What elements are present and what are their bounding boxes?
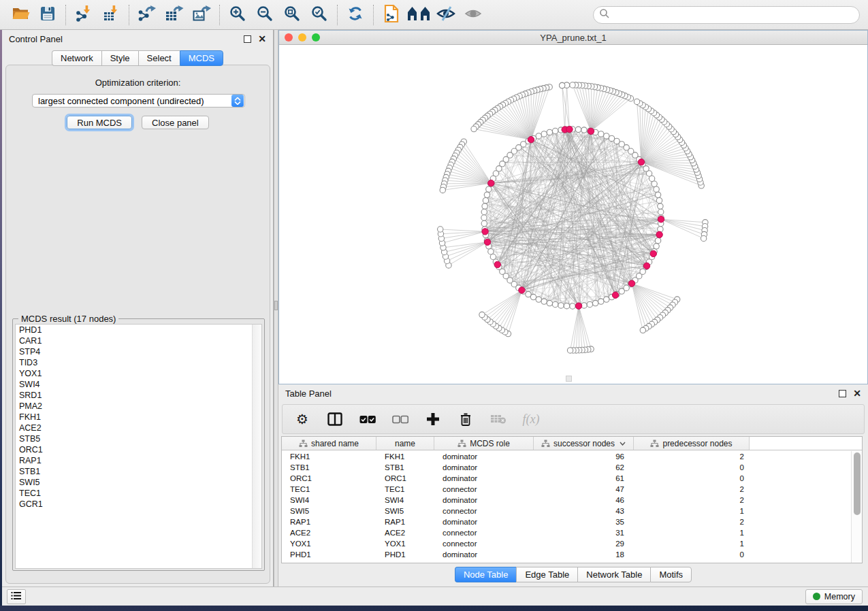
mcds-result-item[interactable]: ORC1 bbox=[16, 444, 261, 455]
mcds-node[interactable] bbox=[494, 261, 500, 267]
cell-shared_name[interactable]: ACE2 bbox=[282, 527, 376, 538]
cell-shared_name[interactable]: TEC1 bbox=[282, 484, 376, 495]
mcds-result-item[interactable]: STP4 bbox=[16, 346, 261, 357]
network-node[interactable] bbox=[481, 209, 487, 214]
mcds-result-item[interactable]: PMA2 bbox=[16, 401, 261, 412]
mcds-result-item[interactable]: CAR1 bbox=[16, 335, 261, 346]
cell-predecessor_nodes[interactable]: 1 bbox=[634, 527, 750, 538]
mcds-node[interactable] bbox=[519, 287, 525, 293]
network-node[interactable] bbox=[570, 303, 575, 309]
network-satellite-node[interactable] bbox=[701, 235, 706, 241]
network-node[interactable] bbox=[547, 300, 552, 306]
cell-mcds_role[interactable]: dominator bbox=[434, 516, 534, 527]
cell-shared_name[interactable]: PHD1 bbox=[282, 549, 376, 560]
network-node[interactable] bbox=[488, 249, 494, 254]
network-node[interactable] bbox=[656, 197, 662, 203]
memory-button[interactable]: Memory bbox=[805, 589, 863, 604]
mcds-result-item[interactable]: FKH1 bbox=[16, 412, 261, 423]
export-network-button[interactable] bbox=[133, 3, 161, 27]
table-scrollbar[interactable] bbox=[851, 451, 862, 563]
cell-predecessor_nodes[interactable]: 2 bbox=[634, 451, 750, 462]
cell-name[interactable]: ACE2 bbox=[376, 527, 434, 538]
hide-selected-button[interactable] bbox=[432, 3, 460, 27]
save-session-button[interactable] bbox=[34, 3, 61, 27]
table-row-FKH1[interactable]: FKH1FKH1dominator962 bbox=[282, 451, 850, 462]
cell-name[interactable]: YOX1 bbox=[376, 538, 434, 549]
network-node[interactable] bbox=[604, 297, 609, 302]
control-panel-tab-network[interactable]: Network bbox=[52, 50, 101, 66]
cell-shared_name[interactable]: RAP1 bbox=[282, 516, 376, 527]
cell-shared_name[interactable]: SWI4 bbox=[282, 495, 376, 506]
zoom-fit-button[interactable] bbox=[278, 3, 306, 27]
cell-name[interactable]: RAP1 bbox=[376, 516, 434, 527]
mcds-result-item[interactable]: TEC1 bbox=[16, 488, 261, 499]
mcds-node[interactable] bbox=[643, 263, 649, 269]
mcds-node[interactable] bbox=[612, 292, 618, 298]
status-menu-button[interactable] bbox=[7, 589, 26, 604]
canvas-grip[interactable] bbox=[566, 376, 572, 382]
table-row-TEC1[interactable]: TEC1TEC1connector472 bbox=[282, 484, 850, 495]
mcds-node[interactable] bbox=[638, 159, 644, 165]
cell-shared_name[interactable]: FKH1 bbox=[282, 451, 376, 462]
cell-name[interactable]: SWI5 bbox=[376, 506, 434, 516]
network-node[interactable] bbox=[486, 186, 492, 192]
deselect-all-checkboxes-icon[interactable] bbox=[391, 409, 409, 429]
mcds-result-item[interactable]: SWI5 bbox=[16, 477, 261, 488]
control-panel-tab-mcds[interactable]: MCDS bbox=[180, 50, 223, 66]
table-tab-motifs[interactable]: Motifs bbox=[650, 567, 692, 582]
cell-successor_nodes[interactable]: 62 bbox=[534, 462, 634, 473]
cell-predecessor_nodes[interactable]: 1 bbox=[634, 538, 750, 549]
network-satellite-node[interactable] bbox=[560, 82, 565, 88]
export-image-button[interactable] bbox=[188, 3, 215, 27]
network-node[interactable] bbox=[541, 299, 547, 304]
mcds-node[interactable] bbox=[528, 137, 534, 143]
network-node[interactable] bbox=[654, 186, 659, 192]
cell-mcds_role[interactable]: connector bbox=[434, 538, 534, 549]
network-node[interactable] bbox=[481, 215, 487, 220]
network-node[interactable] bbox=[558, 303, 564, 308]
network-node[interactable] bbox=[598, 299, 604, 304]
network-node[interactable] bbox=[655, 237, 660, 243]
cell-mcds_role[interactable]: dominator bbox=[434, 451, 534, 462]
network-node[interactable] bbox=[552, 128, 558, 133]
table-scrollbar-thumb[interactable] bbox=[854, 452, 861, 515]
network-node[interactable] bbox=[652, 181, 657, 186]
network-satellite-node[interactable] bbox=[640, 327, 645, 333]
cell-predecessor_nodes[interactable]: 2 bbox=[634, 484, 750, 495]
panel-splitter[interactable] bbox=[274, 30, 278, 587]
cell-successor_nodes[interactable]: 61 bbox=[534, 473, 634, 484]
network-node[interactable] bbox=[564, 303, 569, 309]
mcds-result-item[interactable]: SWI4 bbox=[16, 379, 261, 390]
delete-column-icon[interactable] bbox=[457, 409, 475, 429]
cell-name[interactable]: STB1 bbox=[376, 462, 434, 473]
mcds-node[interactable] bbox=[484, 239, 490, 245]
mcds-node[interactable] bbox=[482, 229, 488, 235]
table-tab-node-table[interactable]: Node Table bbox=[455, 567, 517, 582]
network-canvas[interactable] bbox=[279, 45, 867, 384]
list-scrollbar[interactable] bbox=[252, 325, 261, 568]
column-header-predecessor-nodes[interactable]: predecessor nodes bbox=[634, 437, 750, 450]
cell-name[interactable]: FKH1 bbox=[376, 451, 434, 462]
network-node[interactable] bbox=[530, 294, 536, 299]
cell-predecessor_nodes[interactable]: 1 bbox=[634, 506, 750, 516]
network-node[interactable] bbox=[483, 197, 488, 203]
show-all-button[interactable] bbox=[460, 3, 487, 27]
cell-shared_name[interactable]: ORC1 bbox=[282, 473, 376, 484]
close-table-panel-icon[interactable]: ✕ bbox=[853, 390, 861, 397]
table-tab-edge-table[interactable]: Edge Table bbox=[516, 567, 577, 582]
mcds-result-list[interactable]: PHD1CAR1STP4TID3YOX1SWI4SRD1PMA2FKH1ACE2… bbox=[15, 324, 262, 569]
import-table-button[interactable] bbox=[97, 3, 125, 27]
cell-predecessor_nodes[interactable]: 0 bbox=[634, 549, 750, 560]
cell-predecessor_nodes[interactable]: 2 bbox=[634, 516, 750, 527]
close-panel-icon[interactable]: ✕ bbox=[258, 35, 266, 43]
network-node[interactable] bbox=[581, 127, 587, 133]
cell-mcds_role[interactable]: dominator bbox=[434, 549, 534, 560]
mcds-node[interactable] bbox=[658, 216, 664, 222]
mcds-result-item[interactable]: PHD1 bbox=[16, 325, 261, 335]
cell-successor_nodes[interactable]: 18 bbox=[534, 549, 634, 560]
select-all-checkboxes-icon[interactable] bbox=[359, 409, 376, 429]
cell-successor_nodes[interactable]: 43 bbox=[534, 506, 634, 516]
network-node[interactable] bbox=[482, 203, 487, 209]
network-node[interactable] bbox=[547, 129, 552, 135]
cell-shared_name[interactable]: SWI5 bbox=[282, 506, 376, 516]
